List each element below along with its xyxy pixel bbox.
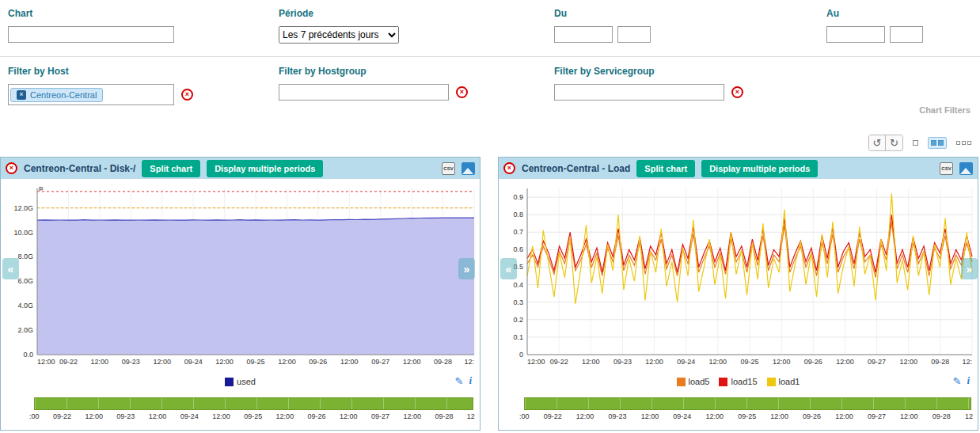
timeline-tick-label: 09-23 xyxy=(609,412,627,420)
display-multiple-periods-button[interactable]: Display multiple periods xyxy=(701,160,818,177)
split-chart-button[interactable]: Split chart xyxy=(636,160,695,177)
timeline-tick-label: :00 xyxy=(519,412,530,420)
layout-one-column-icon[interactable] xyxy=(910,138,921,148)
chart-panel-load: × Centreon-Central - Load Split chart Di… xyxy=(498,157,978,431)
svg-text:12:00: 12:00 xyxy=(91,358,109,366)
timeline-tick-label: 12 xyxy=(965,412,973,420)
chart-action-icons: ✎ i xyxy=(454,374,472,387)
svg-text:0.0: 0.0 xyxy=(23,351,33,359)
chart-filters-caption: Chart Filters xyxy=(919,105,971,115)
clear-servicegroup-filter-icon[interactable]: × xyxy=(731,86,743,98)
hostgroup-filter-label: Filter by Hostgroup xyxy=(279,66,468,77)
scroll-left-button[interactable]: « xyxy=(2,258,19,279)
timeline-tick-label: 12:00 xyxy=(900,412,918,420)
timeline-selector[interactable] xyxy=(524,397,971,410)
timeline-tick-label: 12:00 xyxy=(212,412,230,420)
au-label: Au xyxy=(826,8,923,19)
clear-host-filter-icon[interactable]: × xyxy=(181,89,193,101)
export-image-icon[interactable] xyxy=(462,162,475,175)
load-chart[interactable]: 00.10.20.30.40.50.60.70.80.912:0009-2212… xyxy=(500,182,975,367)
du-date-input[interactable] xyxy=(554,26,613,43)
export-image-icon[interactable] xyxy=(959,162,973,175)
timeline-tick-label: 12 xyxy=(467,412,475,420)
timeline-tick-label: 09-27 xyxy=(371,412,389,420)
layout-two-columns-icon[interactable] xyxy=(928,137,947,149)
svg-text:09-25: 09-25 xyxy=(246,358,264,366)
legend-row: used ✎ i xyxy=(1,370,480,393)
svg-text:12:00: 12:00 xyxy=(709,358,727,366)
svg-text:09-22: 09-22 xyxy=(59,358,78,366)
close-chart-icon[interactable]: × xyxy=(503,162,515,174)
timeline-tick-label: 09-25 xyxy=(738,412,756,420)
timeline-tick-label: 12:00 xyxy=(706,412,724,420)
timeline-tick-label: 12:00 xyxy=(85,412,103,420)
svg-text:12:00: 12:00 xyxy=(37,358,55,366)
filter-bar-top: Chart Période Les 7 précédents jours Du … xyxy=(0,0,980,57)
chart-legend: used xyxy=(220,377,260,386)
chart-info-icon[interactable]: i xyxy=(967,374,970,387)
chart-info-icon[interactable]: i xyxy=(469,374,472,387)
host-chip[interactable]: × Centreon-Central xyxy=(10,88,103,102)
export-csv-icon[interactable]: CSV xyxy=(940,162,953,175)
timeline-tick-label: :00 xyxy=(29,412,40,420)
layout-three-columns-icon[interactable] xyxy=(954,139,974,147)
chart-area: 00.10.20.30.40.50.60.70.80.912:0009-2212… xyxy=(499,179,978,370)
clear-hostgroup-filter-icon[interactable]: × xyxy=(456,86,468,98)
chart-action-icons: ✎ i xyxy=(952,374,970,387)
split-chart-button[interactable]: Split chart xyxy=(142,160,200,177)
periode-select[interactable]: Les 7 précédents jours xyxy=(279,26,399,44)
scroll-right-button[interactable]: » xyxy=(458,258,475,279)
svg-text:12:00: 12:00 xyxy=(582,358,600,366)
svg-text:0.7: 0.7 xyxy=(513,228,523,236)
chart-view-toolbar: ↺ ↻ xyxy=(868,135,974,151)
chip-remove-icon[interactable]: × xyxy=(17,90,26,100)
disk-usage-chart[interactable]: 0.02.0G4.0G6.0G8.0G10.0G12.0G12:0009-221… xyxy=(2,182,477,367)
display-multiple-periods-button[interactable]: Display multiple periods xyxy=(207,160,323,177)
svg-text:09-26: 09-26 xyxy=(309,358,327,366)
scroll-left-button[interactable]: « xyxy=(500,258,517,279)
svg-text:09-24: 09-24 xyxy=(677,358,695,366)
hostgroup-filter-group: Filter by Hostgroup × xyxy=(279,66,468,101)
au-date-input[interactable] xyxy=(826,26,885,43)
svg-text:8.0G: 8.0G xyxy=(17,253,33,260)
svg-text:12:00: 12:00 xyxy=(340,358,359,366)
host-filter-input[interactable]: × Centreon-Central xyxy=(8,84,174,105)
timeline-selector[interactable] xyxy=(34,397,473,410)
timeline-tick-label: 09-23 xyxy=(116,412,135,420)
hostgroup-filter-input[interactable] xyxy=(279,84,449,101)
svg-text:09-27: 09-27 xyxy=(868,358,886,366)
legend-item[interactable]: load1 xyxy=(767,377,800,386)
du-label: Du xyxy=(554,8,651,19)
scroll-right-button[interactable]: » xyxy=(961,258,978,279)
au-time-input[interactable] xyxy=(890,26,923,43)
edit-chart-icon[interactable]: ✎ xyxy=(454,375,463,387)
close-chart-icon[interactable]: × xyxy=(6,162,17,174)
refresh-charts-icon[interactable]: ↺ xyxy=(869,135,886,150)
chart-filter-input[interactable] xyxy=(8,26,174,43)
auto-refresh-icon[interactable]: ↻ xyxy=(886,135,902,150)
host-filter-group: Filter by Host × Centreon-Central × xyxy=(8,66,193,105)
periode-group: Période Les 7 précédents jours xyxy=(279,8,399,44)
svg-text:09-27: 09-27 xyxy=(371,358,389,366)
du-time-input[interactable] xyxy=(617,26,651,43)
panel-header: × Centreon-Central - Disk-/ Split chart … xyxy=(1,158,480,179)
servicegroup-filter-input[interactable] xyxy=(554,84,724,101)
timeline-tick-label: 12:00 xyxy=(770,412,788,420)
svg-text:12:00: 12:00 xyxy=(153,358,171,366)
legend-item[interactable]: load15 xyxy=(719,377,757,386)
svg-text:0.4: 0.4 xyxy=(513,281,523,289)
svg-text:10.0G: 10.0G xyxy=(13,229,33,237)
export-csv-icon[interactable]: CSV xyxy=(442,162,455,175)
charts-area: × Centreon-Central - Disk-/ Split chart … xyxy=(0,157,980,431)
chart-area: B 0.02.0G4.0G6.0G8.0G10.0G12.0G12:0009-2… xyxy=(1,179,480,370)
svg-text:0.6: 0.6 xyxy=(513,245,523,253)
chart-legend: load5load15load1 xyxy=(672,377,805,386)
svg-text:12:00: 12:00 xyxy=(278,358,296,366)
svg-text:09-24: 09-24 xyxy=(184,358,203,366)
edit-chart-icon[interactable]: ✎ xyxy=(952,375,961,387)
csv-icon-label: CSV xyxy=(443,166,453,171)
legend-item[interactable]: load5 xyxy=(677,377,710,386)
svg-text:0.2: 0.2 xyxy=(513,316,523,324)
svg-text:0.3: 0.3 xyxy=(513,298,523,306)
legend-item[interactable]: used xyxy=(225,377,256,386)
